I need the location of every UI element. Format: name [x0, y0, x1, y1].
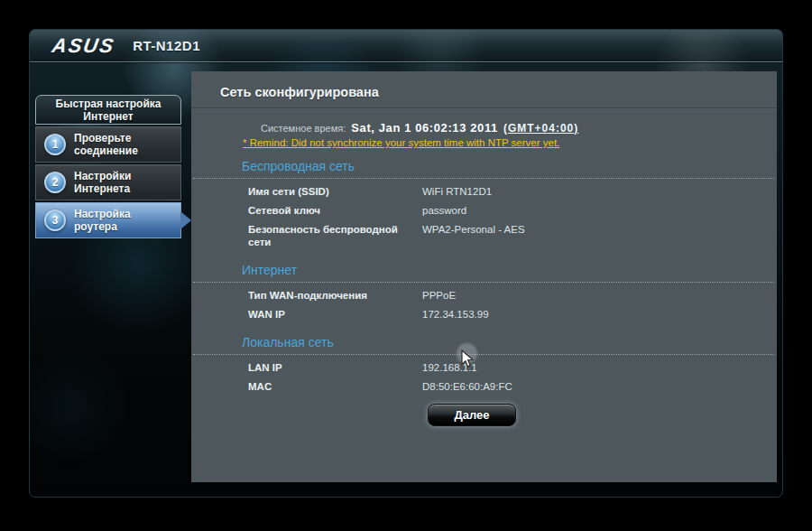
router-admin-window: ASUS RT-N12D1 Быстрая настройка Интернет… — [29, 29, 783, 498]
sidebar-step-check-connection[interactable]: 1 Проверьте соединение — [35, 126, 181, 163]
step-3-badge: 3 — [44, 210, 66, 231]
router-model-label: RT-N12D1 — [133, 38, 200, 53]
sidebar-title: Быстрая настройка Интернет — [35, 95, 181, 125]
step-1-label: Проверьте соединение — [74, 132, 166, 157]
row-wan-ip: WAN IP 172.34.153.99 — [191, 305, 777, 324]
main-panel: Сеть сконфигурирована Системное время: S… — [191, 71, 777, 482]
row-wireless-security: Безопасность беспроводной сети WPA2-Pers… — [191, 220, 777, 252]
quick-setup-sidebar: Быстрая настройка Интернет 1 Проверьте с… — [35, 95, 181, 238]
wireless-security-label: Безопасность беспроводной сети — [248, 223, 422, 248]
system-time-label: Системное время: — [261, 123, 346, 134]
row-wan-type: Тип WAN-подключения PPPoE — [191, 286, 777, 305]
network-key-value: password — [422, 204, 777, 217]
next-button[interactable]: Далее — [428, 404, 516, 426]
system-time-value: Sat, Jan 1 06:02:13 2011 — [351, 121, 498, 135]
wan-ip-value: 172.34.153.99 — [422, 308, 777, 321]
section-title-wireless: Беспроводная сеть — [193, 155, 774, 179]
sidebar-step-internet-settings[interactable]: 2 Настройки Интернета — [35, 164, 181, 200]
section-title-internet: Интернет — [193, 259, 774, 283]
row-mac: MAC D8:50:E6:60:A9:FC — [191, 377, 777, 396]
sidebar-step-router-setup[interactable]: 3 Настройка роутера — [35, 202, 181, 238]
step-3-label: Настройка роутера — [74, 208, 166, 233]
ssid-label: Имя сети (SSID) — [248, 185, 422, 198]
row-lan-ip: LAN IP 192.168.1.1 — [191, 359, 777, 377]
ntp-remind-link[interactable]: * Remind: Did not synchronize your syste… — [191, 137, 777, 148]
asus-logo: ASUS — [51, 34, 117, 58]
step-2-badge: 2 — [44, 172, 66, 193]
system-time-row: Системное время: Sat, Jan 1 06:02:13 201… — [191, 121, 777, 135]
mac-value: D8:50:E6:60:A9:FC — [422, 380, 777, 393]
window-header: ASUS RT-N12D1 — [30, 30, 782, 62]
title-divider — [191, 107, 777, 109]
row-network-key: Сетевой ключ password — [191, 201, 777, 220]
step-2-label: Настройки Интернета — [74, 170, 166, 195]
wan-type-value: PPPoE — [422, 289, 777, 302]
lan-ip-label: LAN IP — [248, 361, 422, 374]
wan-ip-label: WAN IP — [248, 308, 422, 321]
wireless-security-value: WPA2-Personal - AES — [422, 223, 777, 248]
ssid-value: WiFi RTN12D1 — [422, 185, 777, 198]
section-title-lan: Локальная сеть — [193, 331, 774, 355]
network-key-label: Сетевой ключ — [248, 204, 422, 217]
page-title: Сеть сконфигурирована — [191, 71, 777, 99]
step-1-badge: 1 — [44, 134, 66, 155]
row-ssid: Имя сети (SSID) WiFi RTN12D1 — [191, 182, 777, 201]
wan-type-label: Тип WAN-подключения — [248, 289, 422, 302]
page-background: ASUS RT-N12D1 Быстрая настройка Интернет… — [0, 0, 812, 531]
timezone-link[interactable]: (GMT+04:00) — [503, 122, 578, 135]
mac-label: MAC — [248, 380, 422, 393]
cursor-icon — [461, 349, 475, 373]
